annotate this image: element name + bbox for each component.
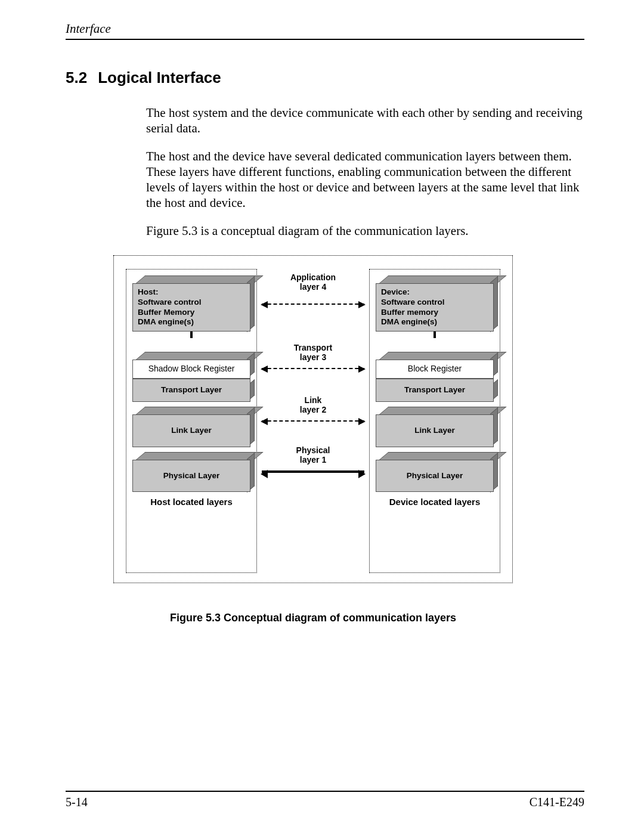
arrow-layer2 [262, 420, 364, 422]
document-code: C141-E249 [530, 795, 584, 809]
running-header: Interface [66, 21, 584, 40]
host-stack: Host: Software control Buffer Memory DMA… [126, 269, 257, 573]
host-transport-block: Transport Layer [132, 379, 250, 402]
paragraph-3: Figure 5.3 is a conceptual diagram of th… [146, 223, 584, 239]
page-number: 5-14 [66, 795, 88, 809]
paragraph-1: The host system and the device communica… [146, 105, 584, 137]
host-link-block: Link Layer [132, 407, 250, 447]
device-physical-block: Physical Layer [376, 452, 494, 493]
device-link-block: Link Layer [376, 407, 494, 447]
device-caption: Device located layers [376, 497, 494, 507]
arrow-layer4 [262, 304, 364, 305]
figure: Application layer 4 Transport layer 3 Li… [113, 255, 513, 624]
arrow-layer1 [262, 470, 364, 473]
figure-caption: Figure 5.3 Conceptual diagram of communi… [113, 612, 513, 624]
body-text: The host system and the device communica… [146, 105, 584, 239]
host-application-block: Host: Software control Buffer Memory DMA… [132, 275, 250, 332]
host-caption: Host located layers [132, 497, 250, 507]
device-transport-block: Transport Layer [376, 379, 494, 402]
host-register-block: Shadow Block Register [132, 352, 250, 379]
page-footer: 5-14 C141-E249 [66, 791, 584, 809]
paragraph-2: The host and the device have several ded… [146, 148, 584, 211]
section-title: 5.2Logical Interface [66, 69, 584, 87]
device-register-block: Block Register [376, 352, 494, 379]
device-application-block: Device: Software control Buffer memory D… [376, 275, 494, 332]
diagram-box: Application layer 4 Transport layer 3 Li… [113, 255, 513, 583]
arrow-layer3 [262, 368, 364, 369]
section-number: 5.2 [66, 69, 87, 86]
section-heading-text: Logical Interface [98, 69, 221, 86]
host-physical-block: Physical Layer [132, 452, 250, 493]
device-stack: Device: Software control Buffer memory D… [369, 269, 500, 573]
